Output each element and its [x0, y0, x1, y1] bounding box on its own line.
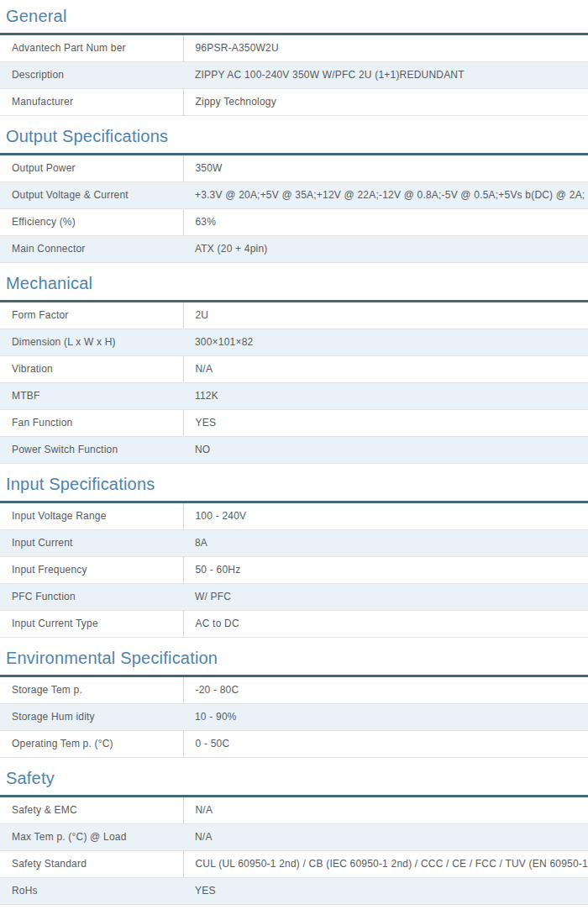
spec-label: Advantech Part Num ber — [0, 34, 183, 62]
spec-label: Vibration — [0, 356, 183, 383]
spec-value: ATX (20 + 4pin) — [183, 236, 588, 263]
spec-label: Manufacturer — [0, 89, 183, 116]
section-title-safety: Safety — [0, 770, 588, 787]
table-row: Advantech Part Num ber 96PSR-A350W2U — [0, 34, 588, 62]
spec-label: Operating Tem p. (°C) — [0, 731, 183, 758]
table-row: Safety & EMC N/A — [0, 797, 588, 824]
spec-value: NO — [183, 437, 588, 464]
table-row: Input Current 8A — [0, 530, 588, 557]
table-row: Input Frequency 50 - 60Hz — [0, 557, 588, 584]
spec-label: Input Current Type — [0, 611, 183, 638]
spec-value: 0 - 50C — [183, 731, 588, 758]
section-title-general: General — [0, 8, 588, 25]
safety-table: Safety & EMC N/A Max Tem p. (°C) @ Load … — [0, 795, 588, 905]
table-row: Storage Tem p. -20 - 80C — [0, 676, 588, 704]
spec-value: +3.3V @ 20A;+5V @ 35A;+12V @ 22A;-12V @ … — [183, 182, 588, 209]
spec-value: -20 - 80C — [183, 676, 588, 704]
spec-value: N/A — [183, 797, 588, 824]
table-row: Storage Hum idity 10 - 90% — [0, 704, 588, 731]
table-row: Efficiency (%) 63% — [0, 209, 588, 236]
spec-label: Output Power — [0, 155, 183, 182]
spec-value: ZIPPY AC 100-240V 350W W/PFC 2U (1+1)RED… — [183, 62, 588, 89]
table-row: PFC Function W/ PFC — [0, 584, 588, 611]
spec-label: Main Connector — [0, 236, 183, 263]
spec-value: Zippy Technology — [183, 89, 588, 116]
table-row: Output Voltage & Current +3.3V @ 20A;+5V… — [0, 182, 588, 209]
section-title-input-specifications: Input Specifications — [0, 476, 588, 493]
spec-value: N/A — [183, 356, 588, 383]
table-row: RoHs YES — [0, 878, 588, 905]
spec-value: 112K — [183, 383, 588, 410]
table-row: Power Switch Function NO — [0, 437, 588, 464]
spec-label: Output Voltage & Current — [0, 182, 183, 209]
output-specifications-table: Output Power 350W Output Voltage & Curre… — [0, 153, 588, 263]
table-row: Output Power 350W — [0, 155, 588, 182]
table-row: Main Connector ATX (20 + 4pin) — [0, 236, 588, 263]
spec-value: CUL (UL 60950-1 2nd) / CB (IEC 60950-1 2… — [183, 851, 588, 878]
table-row: Fan Function YES — [0, 410, 588, 437]
spec-value: 96PSR-A350W2U — [183, 34, 588, 62]
spec-value: YES — [183, 878, 588, 905]
spec-label: Efficiency (%) — [0, 209, 183, 236]
mechanical-table: Form Factor 2U Dimension (L x W x H) 300… — [0, 300, 588, 464]
general-table: Advantech Part Num ber 96PSR-A350W2U Des… — [0, 33, 588, 116]
environmental-specification-table: Storage Tem p. -20 - 80C Storage Hum idi… — [0, 675, 588, 758]
table-row: MTBF 112K — [0, 383, 588, 410]
spec-label: Description — [0, 62, 183, 89]
spec-label: PFC Function — [0, 584, 183, 611]
section-title-environmental-specification: Environmental Specification — [0, 649, 588, 667]
spec-label: Input Current — [0, 530, 183, 557]
table-row: Form Factor 2U — [0, 302, 588, 329]
spec-sheet-page: General Advantech Part Num ber 96PSR-A35… — [0, 8, 588, 905]
table-row: Dimension (L x W x H) 300×101×82 — [0, 329, 588, 356]
spec-label: Safety Standard — [0, 851, 183, 878]
table-row: Description ZIPPY AC 100-240V 350W W/PFC… — [0, 62, 588, 89]
spec-label: Fan Function — [0, 410, 183, 437]
section-title-mechanical: Mechanical — [0, 275, 588, 292]
spec-value: 10 - 90% — [183, 704, 588, 731]
spec-value: 350W — [183, 155, 588, 182]
spec-label: Input Frequency — [0, 557, 183, 584]
spec-label: RoHs — [0, 878, 183, 905]
spec-label: Storage Tem p. — [0, 676, 183, 704]
spec-value: 8A — [183, 530, 588, 557]
table-row: Vibration N/A — [0, 356, 588, 383]
spec-label: Safety & EMC — [0, 797, 183, 824]
table-row: Operating Tem p. (°C) 0 - 50C — [0, 731, 588, 758]
table-row: Input Current Type AC to DC — [0, 611, 588, 638]
input-specifications-table: Input Voltage Range 100 - 240V Input Cur… — [0, 501, 588, 638]
spec-value: W/ PFC — [183, 584, 588, 611]
spec-value: 300×101×82 — [183, 329, 588, 356]
spec-value: N/A — [183, 824, 588, 851]
spec-value: 50 - 60Hz — [183, 557, 588, 584]
spec-label: MTBF — [0, 383, 183, 410]
spec-label: Storage Hum idity — [0, 704, 183, 731]
table-row: Safety Standard CUL (UL 60950-1 2nd) / C… — [0, 851, 588, 878]
spec-label: Power Switch Function — [0, 437, 183, 464]
spec-label: Dimension (L x W x H) — [0, 329, 183, 356]
spec-label: Max Tem p. (°C) @ Load — [0, 824, 183, 851]
section-title-output-specifications: Output Specifications — [0, 128, 588, 145]
spec-value: 100 - 240V — [183, 502, 588, 530]
table-row: Manufacturer Zippy Technology — [0, 89, 588, 116]
spec-label: Input Voltage Range — [0, 502, 183, 530]
spec-value: 63% — [183, 209, 588, 236]
spec-label: Form Factor — [0, 302, 183, 329]
spec-value: AC to DC — [183, 611, 588, 638]
spec-value: 2U — [183, 302, 588, 329]
table-row: Max Tem p. (°C) @ Load N/A — [0, 824, 588, 851]
spec-value: YES — [183, 410, 588, 437]
table-row: Input Voltage Range 100 - 240V — [0, 502, 588, 530]
